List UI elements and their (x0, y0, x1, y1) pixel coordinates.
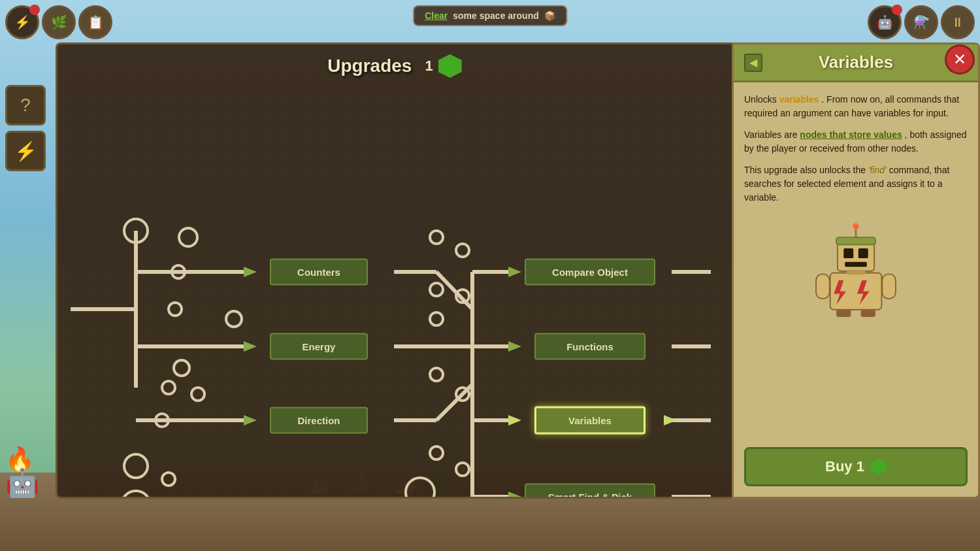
currency-value: 1 (425, 58, 433, 75)
notif-suffix: some space around (453, 10, 539, 21)
top-btn-flask[interactable]: ⚗️ (904, 5, 938, 39)
top-btn-plant[interactable]: 🌿 (42, 5, 76, 39)
info-nav-left[interactable]: ◀ (744, 54, 762, 72)
svg-rect-55 (858, 248, 868, 258)
robot-icon: 🤖 (877, 14, 893, 30)
counters-label: Counters (297, 267, 340, 278)
top-btn-pause[interactable]: ⏸ (941, 5, 975, 39)
notif-prefix: Clear (425, 10, 448, 21)
robot-illustration (810, 219, 902, 317)
svg-point-36 (430, 312, 443, 326)
svg-rect-56 (845, 262, 867, 267)
svg-point-52 (853, 224, 858, 229)
node-functions[interactable]: Functions (534, 333, 645, 360)
tree-svg: .tree-line { stroke: #d8ccaa; stroke-wid… (57, 87, 732, 497)
notification-bar: Clear some space around 📦 (413, 5, 567, 26)
info-desc2: Variables are nodes that store values , … (744, 128, 968, 156)
close-button[interactable]: ✕ (945, 44, 975, 75)
node-smart-find-pick[interactable]: Smart Find & Pick (525, 484, 655, 499)
top-btn-robot[interactable]: 🤖 (868, 5, 902, 39)
info-title: Variables (819, 52, 893, 73)
left-scene: 🔥 🤖 (5, 446, 39, 499)
info-desc1: Unlocks variables . From now on, all com… (744, 93, 968, 120)
lightning-icon: ⚡ (14, 14, 31, 30)
svg-marker-47 (508, 341, 521, 352)
pause-icon: ⏸ (951, 15, 964, 30)
buy-gem-icon (871, 459, 887, 475)
top-right-buttons: 🤖 ⚗️ ⏸ (868, 5, 975, 39)
svg-marker-43 (244, 267, 257, 277)
svg-marker-48 (508, 415, 521, 426)
svg-rect-65 (847, 270, 865, 275)
top-btn-doc[interactable]: 📋 (78, 5, 112, 39)
info-panel: ◀ Variables ▶ Unlocks variables . From n… (732, 42, 980, 499)
find-highlight: 'find' (868, 165, 887, 175)
svg-rect-64 (861, 310, 876, 317)
svg-point-15 (122, 491, 150, 497)
svg-point-5 (179, 228, 197, 246)
upgrade-title-area: Upgrades 1 (57, 54, 732, 78)
compare-object-label: Compare Object (552, 267, 628, 278)
energy-label: Energy (302, 341, 336, 352)
svg-rect-62 (882, 274, 896, 299)
direction-label: Direction (297, 415, 340, 426)
flask-icon: ⚗️ (913, 14, 930, 30)
smart-find-pick-label: Smart Find & Pick (548, 492, 632, 499)
lightning-badge (29, 5, 40, 15)
functions-label: Functions (566, 341, 613, 352)
node-direction[interactable]: Direction (270, 407, 368, 434)
svg-point-33 (456, 244, 469, 257)
buy-label: Buy 1 (825, 458, 864, 475)
nav-left-icon: ◀ (749, 56, 757, 69)
close-icon: ✕ (953, 50, 966, 69)
upgrade-title: Upgrades (327, 56, 412, 76)
svg-point-10 (162, 381, 175, 394)
node-variables[interactable]: Variables (534, 407, 645, 435)
svg-point-9 (174, 360, 189, 376)
svg-point-14 (124, 454, 148, 478)
svg-point-16 (162, 473, 175, 486)
svg-point-7 (169, 303, 182, 316)
notif-icon: 📦 (544, 10, 555, 21)
help-button[interactable]: ? (5, 85, 46, 125)
node-energy[interactable]: Energy (270, 333, 368, 360)
energy-button[interactable]: ⚡ (5, 131, 46, 171)
plant-icon: 🌿 (51, 14, 67, 30)
robot-area (744, 212, 968, 324)
svg-point-39 (430, 446, 443, 459)
left-robot: 🤖 (5, 467, 39, 499)
info-header: ◀ Variables ▶ (734, 44, 978, 82)
svg-rect-63 (836, 310, 851, 317)
top-left-buttons: ⚡ 🌿 📋 (5, 5, 112, 39)
svg-point-11 (191, 388, 204, 401)
svg-rect-61 (816, 274, 830, 299)
variables-highlight: variables (779, 94, 819, 105)
svg-point-32 (430, 231, 443, 244)
info-body: Unlocks variables . From now on, all com… (734, 82, 978, 447)
node-compare-object[interactable]: Compare Object (525, 259, 655, 286)
node-counters[interactable]: Counters (270, 259, 368, 286)
svg-point-8 (226, 311, 242, 327)
buy-button[interactable]: Buy 1 (744, 447, 968, 486)
svg-rect-54 (843, 248, 853, 258)
tree-area: .tree-line { stroke: #d8ccaa; stroke-wid… (57, 87, 732, 497)
energy-icon: ⚡ (14, 141, 37, 162)
doc-icon: 📋 (88, 14, 104, 30)
gem-icon (438, 54, 462, 78)
svg-point-41 (406, 478, 434, 497)
variables-label: Variables (568, 415, 612, 426)
robot-badge (892, 5, 902, 15)
svg-marker-50 (508, 492, 521, 497)
top-btn-lightning[interactable]: ⚡ (5, 5, 39, 39)
svg-rect-57 (836, 237, 875, 244)
nodes-highlight: nodes that store values (800, 129, 902, 140)
svg-marker-46 (508, 267, 521, 277)
help-icon: ? (20, 95, 31, 116)
svg-point-34 (430, 283, 443, 296)
svg-marker-45 (244, 415, 257, 426)
svg-point-40 (456, 463, 469, 476)
modal-container: Upgrades 1 .tree-line { stroke: #d8ccaa;… (56, 42, 980, 499)
currency-display: 1 (425, 54, 461, 78)
svg-marker-44 (244, 341, 257, 352)
svg-point-37 (430, 368, 443, 381)
